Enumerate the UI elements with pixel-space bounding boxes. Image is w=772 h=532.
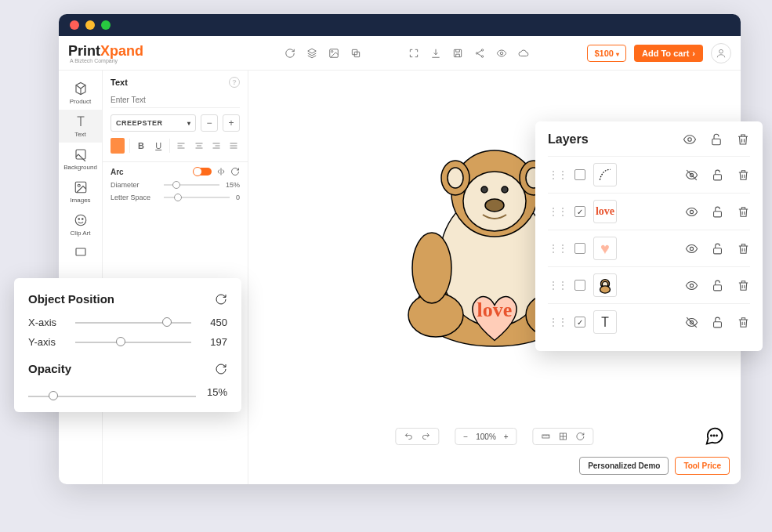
minimize-window-dot[interactable] xyxy=(85,20,95,30)
zoom-out-button[interactable]: − xyxy=(463,432,468,441)
download-icon[interactable] xyxy=(430,48,441,59)
show-all-icon[interactable] xyxy=(683,132,697,147)
maximize-window-dot[interactable] xyxy=(101,20,111,30)
text-tool-panel: Text? CREEPSTER▾ − + B U Arc xyxy=(103,71,248,484)
chat-icon[interactable] xyxy=(703,425,725,447)
bold-button[interactable]: B xyxy=(135,139,147,153)
lock-icon[interactable] xyxy=(711,168,724,182)
sidebar-item-product[interactable]: Product xyxy=(59,77,102,110)
drag-handle-icon[interactable]: ⋮⋮ xyxy=(548,316,567,328)
delete-icon[interactable] xyxy=(737,205,750,219)
lock-icon[interactable] xyxy=(711,205,724,219)
font-select[interactable]: CREEPSTER▾ xyxy=(111,114,196,132)
flip-icon[interactable] xyxy=(216,167,226,176)
layer-checkbox[interactable] xyxy=(574,243,585,254)
sidebar-item-more[interactable] xyxy=(59,241,102,265)
delete-all-icon[interactable] xyxy=(736,132,750,147)
layer-checkbox[interactable] xyxy=(574,169,585,180)
y-axis-slider[interactable] xyxy=(75,342,191,343)
drag-handle-icon[interactable]: ⋮⋮ xyxy=(548,279,567,291)
expand-icon[interactable] xyxy=(408,48,419,59)
layer-thumbnail[interactable]: love xyxy=(593,200,617,223)
zoom-in-button[interactable]: + xyxy=(504,432,509,441)
delete-icon[interactable] xyxy=(737,316,750,329)
visible-icon[interactable] xyxy=(685,279,698,292)
layer-checkbox[interactable] xyxy=(574,317,585,328)
svg-point-27 xyxy=(448,168,463,188)
sidebar-label: Background xyxy=(63,164,97,171)
lock-icon[interactable] xyxy=(711,316,724,329)
hidden-icon[interactable] xyxy=(685,316,698,329)
grid-icon[interactable] xyxy=(559,432,568,441)
lock-icon[interactable] xyxy=(711,279,724,292)
unlock-all-icon[interactable] xyxy=(709,132,723,147)
image-icon[interactable] xyxy=(328,48,339,59)
svg-rect-49 xyxy=(714,284,722,290)
zoom-value: 100% xyxy=(476,432,496,441)
tool-price-button[interactable]: Tool Price xyxy=(675,457,730,475)
letter-space-slider[interactable] xyxy=(164,197,230,198)
layer-checkbox[interactable] xyxy=(574,280,585,291)
color-swatch[interactable] xyxy=(111,138,125,154)
align-right-button[interactable] xyxy=(210,139,223,153)
reset-icon[interactable] xyxy=(230,167,240,176)
undo-icon[interactable] xyxy=(404,432,413,441)
align-center-button[interactable] xyxy=(192,139,205,153)
svg-rect-42 xyxy=(714,211,722,216)
arc-toggle[interactable] xyxy=(194,168,212,176)
underline-button[interactable]: U xyxy=(152,139,165,153)
increase-button[interactable]: + xyxy=(223,114,240,132)
x-axis-value: 450 xyxy=(199,317,227,328)
opacity-slider[interactable] xyxy=(28,396,196,397)
align-justify-button[interactable] xyxy=(227,139,240,153)
redo-icon[interactable] xyxy=(421,432,430,441)
svg-point-21 xyxy=(412,233,451,303)
sidebar-item-clipart[interactable]: Clip Art xyxy=(59,208,102,241)
diameter-slider[interactable]: .mini-slider::after{left:var(--pos,15%);… xyxy=(164,184,219,186)
preview-icon[interactable] xyxy=(496,48,507,59)
delete-icon[interactable] xyxy=(737,242,750,255)
layers-icon[interactable] xyxy=(306,48,317,59)
drag-handle-icon[interactable]: ⋮⋮ xyxy=(548,205,567,218)
decrease-button[interactable]: − xyxy=(201,114,218,132)
cloud-icon[interactable] xyxy=(518,48,529,59)
ruler-icon[interactable] xyxy=(542,432,551,441)
text-input[interactable] xyxy=(111,92,240,108)
layer-thumbnail[interactable] xyxy=(593,163,617,186)
copy-icon[interactable] xyxy=(350,48,361,59)
personalized-demo-button[interactable]: Personalized Demo xyxy=(579,457,669,475)
layer-thumbnail[interactable] xyxy=(593,273,617,297)
user-menu[interactable] xyxy=(711,43,731,63)
drag-handle-icon[interactable]: ⋮⋮ xyxy=(548,168,567,181)
y-axis-value: 197 xyxy=(199,336,227,348)
hidden-icon[interactable] xyxy=(685,168,698,182)
layer-thumbnail[interactable]: ♥ xyxy=(593,237,617,260)
sidebar-item-text[interactable]: Text xyxy=(59,110,102,143)
canvas-text-love[interactable]: love xyxy=(477,299,513,322)
sidebar-item-images[interactable]: Images xyxy=(59,176,102,208)
object-position-title: Object Position xyxy=(28,292,114,306)
letter-space-label: Letter Space xyxy=(111,194,158,201)
close-window-dot[interactable] xyxy=(70,20,79,30)
visible-icon[interactable] xyxy=(685,242,698,255)
align-left-button[interactable] xyxy=(175,139,187,153)
save-icon[interactable] xyxy=(452,48,463,59)
reset-opacity-icon[interactable] xyxy=(215,363,227,375)
reset-position-icon[interactable] xyxy=(215,293,227,306)
sidebar-item-background[interactable]: Background xyxy=(59,143,102,176)
layer-checkbox[interactable] xyxy=(574,206,585,217)
lock-icon[interactable] xyxy=(711,242,724,255)
help-icon[interactable]: ? xyxy=(229,77,240,88)
refresh-view-icon[interactable] xyxy=(576,432,585,441)
delete-icon[interactable] xyxy=(737,279,750,292)
window-titlebar xyxy=(59,14,741,36)
drag-handle-icon[interactable]: ⋮⋮ xyxy=(548,242,567,255)
arc-label: Arc xyxy=(111,168,124,176)
x-axis-slider[interactable] xyxy=(75,322,191,324)
share-icon[interactable] xyxy=(474,48,485,59)
add-to-cart-button[interactable]: Add To cart › xyxy=(634,45,703,62)
refresh-icon[interactable] xyxy=(285,48,295,59)
visible-icon[interactable] xyxy=(685,205,698,219)
layer-thumbnail[interactable] xyxy=(593,310,617,334)
delete-icon[interactable] xyxy=(737,168,750,182)
